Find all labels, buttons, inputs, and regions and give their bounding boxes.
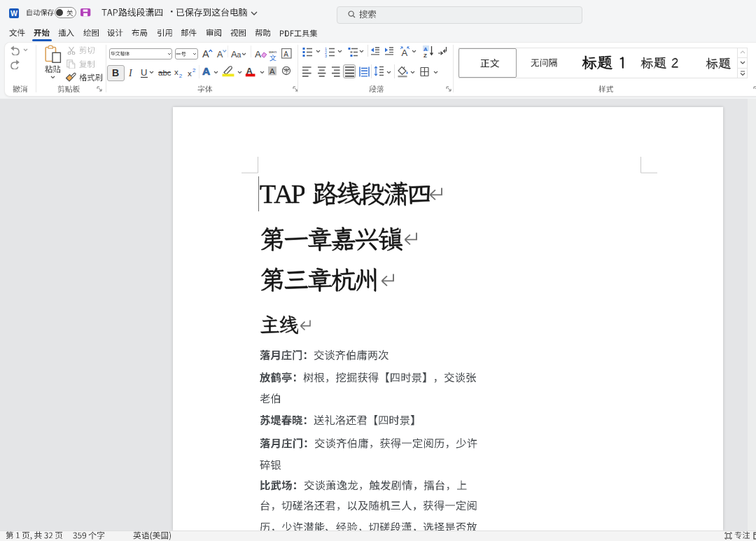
svg-text:I: I: [128, 68, 133, 78]
svg-text:B: B: [112, 67, 119, 78]
svg-text:A: A: [402, 48, 408, 57]
svg-text:x: x: [174, 68, 178, 76]
svg-text:x: x: [188, 69, 192, 78]
svg-text:A: A: [202, 65, 210, 76]
svg-text:U: U: [141, 67, 147, 78]
svg-text:3: 3: [325, 54, 327, 57]
svg-text:A: A: [255, 49, 261, 59]
svg-text:W: W: [10, 9, 18, 17]
svg-text:A: A: [202, 48, 209, 59]
svg-text:2: 2: [179, 73, 183, 79]
svg-text:A: A: [424, 45, 428, 52]
svg-text:wen: wen: [269, 50, 276, 54]
svg-text:2: 2: [192, 67, 196, 73]
svg-text:a: a: [237, 50, 241, 59]
svg-text:A: A: [217, 50, 223, 59]
svg-text:A: A: [284, 50, 288, 58]
svg-text:A: A: [270, 67, 275, 76]
svg-text:Z: Z: [424, 52, 427, 57]
